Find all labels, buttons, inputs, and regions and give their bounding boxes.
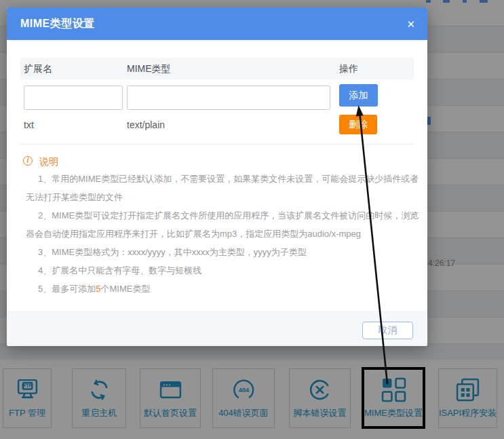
section-divider <box>20 144 414 145</box>
delete-button[interactable]: 删除 <box>339 115 377 134</box>
notes-title: 说明 <box>39 156 58 168</box>
column-header-extension: 扩展名 <box>24 58 52 79</box>
note-line: 4、扩展名中只能含有字母、数字与短横线 <box>26 261 410 280</box>
column-header-mime-type: MIME类型 <box>127 58 171 79</box>
mime-settings-modal: MIME类型设置 ✕ 扩展名 MIME类型 操作 添加 txt text/pla… <box>7 7 427 346</box>
mime-type-input[interactable] <box>127 85 330 110</box>
row-mime-value: text/plain <box>127 117 165 132</box>
info-icon: i <box>23 156 33 166</box>
note-line: 器会自动使用指定应用程序来打开，比如扩展名为mp3，指定应用类型为audio/x… <box>26 225 410 243</box>
mime-table-header: 扩展名 MIME类型 操作 <box>20 58 414 79</box>
modal-header: MIME类型设置 ✕ <box>7 7 427 40</box>
note-line: 5、最多可添加5个MIME类型 <box>26 280 410 298</box>
note-line: 1、常用的MIME类型已经默认添加，不需要设置，如果某类文件未设置，可能会提示缺… <box>26 170 410 188</box>
extension-input[interactable] <box>24 85 123 110</box>
note-line: 3、MIME类型格式为：xxxx/yyyy，其中xxxx为主类型，yyyy为子类… <box>26 243 410 261</box>
add-button[interactable]: 添加 <box>339 84 378 107</box>
column-header-operation: 操作 <box>339 58 358 79</box>
note-line: 2、MIME类型可设定打开指定扩展名文件所使用的应用程序，当该扩展名文件被访问的… <box>26 206 410 225</box>
close-icon[interactable]: ✕ <box>406 19 415 29</box>
note-line: 无法打开某些类型的文件 <box>26 188 410 206</box>
cancel-button[interactable]: 取消 <box>362 322 413 339</box>
modal-footer: 取消 <box>7 311 427 346</box>
modal-title: MIME类型设置 <box>20 17 95 31</box>
row-extension-value: txt <box>24 117 34 132</box>
notes-list: 1、常用的MIME类型已经默认添加，不需要设置，如果某类文件未设置，可能会提示缺… <box>26 170 410 298</box>
